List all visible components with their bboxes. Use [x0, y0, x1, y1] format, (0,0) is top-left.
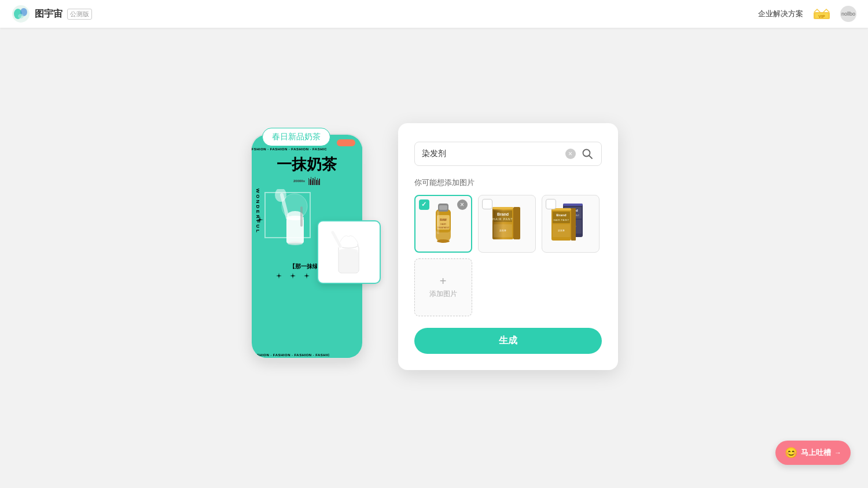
- phone-pill: [337, 139, 355, 146]
- image-card-3[interactable]: Brand HAIR PAINT 染发膏 Brand HAIR PAINT 染发…: [542, 195, 599, 253]
- header-left: 图宇宙 公测版: [12, 5, 92, 23]
- barcode-text: 2000llx: [293, 179, 305, 183]
- crown-icon: VIP: [812, 8, 831, 20]
- feedback-button[interactable]: 😊 马上吐槽 →: [775, 441, 851, 465]
- svg-point-3: [18, 14, 24, 19]
- svg-text:HAIR PANT: HAIR PANT: [492, 217, 513, 221]
- feedback-arrow-icon: →: [834, 449, 841, 457]
- search-clear-button[interactable]: [565, 149, 576, 159]
- image-card-2[interactable]: Brand HAIR PANT 染发膏: [478, 195, 536, 253]
- svg-rect-39: [492, 207, 513, 209]
- image-card-1[interactable]: RAW HAIR TREATMENT: [414, 195, 472, 253]
- vip-icon[interactable]: VIP: [812, 7, 831, 21]
- feedback-emoji: 😊: [785, 446, 797, 459]
- svg-text:染发膏: 染发膏: [558, 229, 565, 232]
- svg-rect-46: [563, 204, 583, 206]
- user-avatar[interactable]: nollbo: [840, 6, 856, 22]
- svg-rect-38: [513, 207, 520, 239]
- star-icon: [276, 273, 282, 279]
- app-name: 图宇宙: [35, 8, 62, 20]
- svg-text:Brand: Brand: [556, 213, 567, 217]
- star-icon: [290, 273, 296, 279]
- svg-text:染发膏: 染发膏: [499, 229, 506, 232]
- phone-fashion-top: FSHION · FASHION · FASHION · FASHIC: [252, 146, 362, 152]
- svg-point-18: [339, 249, 358, 253]
- svg-line-20: [589, 156, 592, 158]
- phone-area: 春日新品奶茶 FSHION · FASHION · FASHION · FASH…: [251, 134, 363, 359]
- image-grid: RAW HAIR TREATMENT: [414, 195, 602, 316]
- phone-fashion-bottom: SASHION · FASHION · FASHION · FASHIC: [252, 352, 362, 358]
- dialog-panel: 你可能想添加图片 RAW HAIR: [398, 123, 618, 370]
- svg-rect-30: [437, 211, 439, 234]
- card-remove-1[interactable]: [457, 199, 468, 210]
- generate-button[interactable]: 生成: [414, 328, 602, 354]
- main-content: 春日新品奶茶 FSHION · FASHION · FASHION · FASH…: [0, 28, 868, 488]
- beta-tag: 公测版: [67, 9, 92, 20]
- star-icon: [304, 273, 310, 279]
- sparkle-star: [256, 215, 263, 225]
- tea-cup: [270, 189, 317, 255]
- svg-rect-17: [339, 251, 358, 272]
- header: 图宇宙 公测版 企业解决方案 VIP nollbo: [0, 0, 868, 28]
- search-icon: [582, 149, 593, 159]
- add-plus-icon: +: [440, 275, 447, 287]
- search-bar[interactable]: [414, 142, 602, 166]
- svg-rect-13: [300, 206, 303, 227]
- add-image-label: 添加图片: [429, 289, 457, 299]
- svg-text:HAIR: HAIR: [440, 223, 446, 225]
- feedback-label: 马上吐槽: [801, 448, 831, 458]
- phone-image-overlay: [317, 220, 381, 284]
- suggestion-label: 你可能想添加图片: [414, 178, 602, 188]
- header-right: 企业解决方案 VIP nollbo: [758, 6, 856, 22]
- svg-text:HAIR PAINT: HAIR PAINT: [553, 219, 569, 221]
- barcode-lines: [308, 177, 320, 185]
- phone-vertical-text: WONDERFUL: [255, 188, 260, 234]
- svg-text:RAW: RAW: [440, 218, 447, 221]
- svg-rect-24: [439, 205, 447, 210]
- svg-text:Brand: Brand: [496, 212, 508, 216]
- card-checkbox-1: [419, 199, 429, 210]
- enterprise-link[interactable]: 企业解决方案: [758, 9, 803, 19]
- add-image-card[interactable]: + 添加图片: [414, 258, 472, 316]
- search-input[interactable]: [422, 149, 565, 158]
- search-button[interactable]: [580, 147, 594, 161]
- unselected-checkbox-3: [546, 199, 556, 209]
- svg-text:VIP: VIP: [818, 14, 825, 19]
- svg-point-12: [288, 242, 303, 245]
- bubble-label: 春日新品奶茶: [262, 128, 330, 146]
- svg-rect-54: [571, 208, 576, 241]
- svg-point-29: [437, 239, 450, 243]
- overlay-cup-image: [324, 228, 373, 277]
- unselected-checkbox-2: [482, 199, 492, 209]
- product-tube-img: RAW HAIR TREATMENT: [424, 201, 462, 247]
- app-logo: [12, 5, 30, 23]
- phone-main-text: 一抹奶茶: [252, 154, 362, 175]
